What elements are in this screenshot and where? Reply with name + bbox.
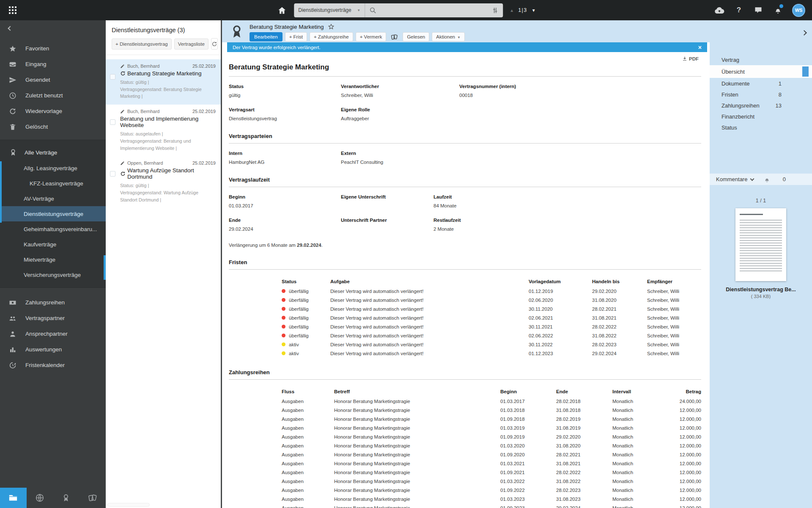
fristen-row[interactable]: aktiv Dieser Vertrag wird automatisch ve…	[282, 340, 701, 349]
sidebar-item-gesendet[interactable]: Gesendet	[0, 72, 106, 88]
tree-item[interactable]: Dienstleistungsverträge	[0, 206, 106, 221]
detail-nav-item[interactable]: Zahlungsreihen 13	[710, 100, 812, 111]
zahlungsreihe-row[interactable]: Ausgaben Honorar Beratung Marketingstrag…	[282, 459, 701, 468]
tree-item-label: KFZ-Leasingverträge	[30, 180, 83, 187]
tree-item[interactable]: Kaufverträge	[0, 237, 106, 252]
cloud-upload-icon[interactable]	[714, 5, 724, 15]
zahlungsreihe-row[interactable]: Ausgaben Honorar Beratung Marketingstrag…	[282, 450, 701, 459]
tree-item[interactable]: KFZ-Leasingverträge	[0, 176, 106, 191]
item-checkbox[interactable]	[110, 119, 115, 125]
field-eigene-rolle: Eigene Rolle Auftraggeber	[341, 107, 459, 121]
tree-item[interactable]: Geheimhaltungsvereinbaru...	[0, 221, 106, 237]
zahlungsreihe-row[interactable]: Ausgaben Honorar Beratung Marketingstrag…	[282, 477, 701, 486]
home-icon[interactable]	[276, 5, 287, 16]
zahlungsreihe-row[interactable]: Ausgaben Honorar Beratung Marketingstrag…	[282, 397, 701, 406]
mark-read-button[interactable]: Gelesen	[403, 32, 429, 41]
detail-scroll[interactable]: PDF Beratung Strategie Marketing Status …	[222, 52, 710, 508]
frist-status: aktiv	[289, 342, 299, 347]
footer-tab-global[interactable]	[27, 488, 53, 508]
tree-item[interactable]: AV-Verträge	[0, 191, 106, 206]
add-vermerk-button[interactable]: + Vermerk	[356, 32, 387, 41]
zr-betreff: Honorar Beratung Marketingstragie	[334, 408, 500, 413]
sidebar-item-wiedervorlage[interactable]: Wiedervorlage	[0, 103, 106, 119]
contract-list-item[interactable]: Buch, Bernhard 25.02.2019 Beratung Strat…	[106, 59, 221, 105]
search-scope-dropdown[interactable]: Dienstleistungsverträge ▼	[294, 3, 365, 17]
list-horizontal-scrollbar[interactable]	[107, 503, 150, 507]
tree-item-label: Dienstleistungsverträge	[24, 211, 83, 217]
fristen-row[interactable]: aktiv Dieser Vertrag wird automatisch ve…	[282, 349, 701, 358]
add-frist-button[interactable]: + Frist	[285, 32, 307, 41]
favorite-star-icon[interactable]	[328, 23, 335, 30]
help-icon[interactable]: ?	[734, 5, 744, 15]
fristen-row[interactable]: überfällig Dieser Vertrag wird automatis…	[282, 304, 701, 313]
zahlungsreihe-row[interactable]: Ausgaben Honorar Beratung Marketingstrag…	[282, 486, 701, 494]
tree-item-alle-vertraege[interactable]: Alle Verträge	[0, 144, 106, 160]
comments-header[interactable]: Kommentare 0	[710, 174, 812, 185]
footer-tab-tags[interactable]	[80, 488, 106, 508]
zahlungsreihe-row[interactable]: Ausgaben Honorar Beratung Marketingstrag…	[282, 494, 701, 503]
sidebar-item-zahlungsreihen[interactable]: Zahlungsreihen	[0, 295, 106, 310]
contract-list-item[interactable]: Buch, Bernhard 25.02.2019 Beratung und I…	[106, 105, 221, 156]
zahlungsreihe-row[interactable]: Ausgaben Honorar Beratung Marketingstrag…	[282, 406, 701, 414]
document-thumbnail[interactable]	[735, 208, 786, 281]
zr-betreff: Honorar Beratung Marketingstragie	[334, 417, 500, 422]
contract-list-button[interactable]: Vertragsliste	[174, 39, 208, 50]
expand-panel-button[interactable]	[802, 29, 806, 36]
detail-nav-item[interactable]: Finanzbericht	[710, 111, 812, 122]
pdf-download-link[interactable]: PDF	[682, 56, 699, 61]
zr-ende: 31.08.2018	[556, 408, 612, 413]
fristen-row[interactable]: überfällig Dieser Vertrag wird automatis…	[282, 331, 701, 340]
zahlungsreihe-row[interactable]: Ausgaben Honorar Beratung Marketingstrag…	[282, 414, 701, 423]
detail-nav-item[interactable]: Status	[710, 122, 812, 133]
fristen-row[interactable]: überfällig Dieser Vertrag wird automatis…	[282, 295, 701, 304]
tree-item[interactable]: Versicherungsverträge	[0, 267, 106, 282]
zahlungsreihe-row[interactable]: Ausgaben Honorar Beratung Marketingstrag…	[282, 468, 701, 477]
sidebar-collapse-button[interactable]	[0, 21, 106, 36]
sidebar-item-ansprechpartner[interactable]: Ansprechpartner	[0, 326, 106, 342]
apps-grid-icon[interactable]	[5, 3, 20, 17]
edit-button[interactable]: Bearbeiten	[250, 32, 283, 41]
tree-item[interactable]: Allg. Leasingverträge	[0, 160, 106, 176]
actions-dropdown-button[interactable]: Aktionen▼	[432, 32, 465, 41]
zahlungsreihe-row[interactable]: Ausgaben Honorar Beratung Marketingstrag…	[282, 432, 701, 441]
chat-icon[interactable]	[753, 5, 763, 15]
bell-icon[interactable]	[773, 5, 783, 15]
user-avatar[interactable]: WS	[792, 4, 805, 17]
tags-button[interactable]	[389, 33, 400, 41]
close-icon[interactable]: ×	[698, 44, 702, 50]
zr-betrag: 12.000,00	[663, 497, 701, 502]
fristen-row[interactable]: überfällig Dieser Vertrag wird automatis…	[282, 322, 701, 331]
global-search-input[interactable]	[380, 7, 488, 13]
contract-list-item[interactable]: Oppen, Bernhard 25.02.2019 Wartung Aufzü…	[106, 156, 221, 208]
item-checkbox[interactable]	[110, 171, 115, 177]
tree-item[interactable]: Mietverträge	[0, 252, 106, 267]
sidebar-item-auswertungen[interactable]: Auswertungen	[0, 342, 106, 357]
frist-vorlagedatum: 02.06.2022	[529, 333, 592, 338]
sidebar-item-zuletzt-benutzt[interactable]: Zuletzt benutzt	[0, 88, 106, 103]
tune-filter-icon[interactable]	[491, 7, 499, 14]
detail-nav-item[interactable]: Dokumente 1	[710, 78, 812, 89]
sidebar-item-vertragspartner[interactable]: Vertragspartner	[0, 310, 106, 326]
zahlungsreihe-row[interactable]: Ausgaben Honorar Beratung Marketingstrag…	[282, 441, 701, 450]
detail-nav-item[interactable]: Vertrag	[710, 54, 812, 65]
item-checkbox[interactable]	[110, 74, 115, 80]
new-contract-button[interactable]: + Dienstleistungsvertrag	[112, 39, 172, 50]
zahlungsreihe-row[interactable]: Ausgaben Honorar Beratung Marketingstrag…	[282, 423, 701, 432]
footer-tab-contracts[interactable]	[0, 488, 27, 508]
refresh-list-button[interactable]	[211, 38, 218, 50]
footer-tab-contract-badge[interactable]	[53, 488, 80, 508]
add-zahlungsreihe-button[interactable]: + Zahlungsreihe	[310, 32, 353, 41]
fristen-table-header: Status Aufgabe Vorlagedatum Handeln bis …	[282, 276, 701, 287]
sidebar-item-favoriten[interactable]: Favoriten	[0, 41, 106, 56]
sidebar-item-eingang[interactable]: Eingang	[0, 56, 106, 72]
comments-bell-icon[interactable]	[764, 176, 770, 183]
pager-down-icon[interactable]: ▼	[532, 8, 536, 13]
zahlungsreihe-row[interactable]: Ausgaben Honorar Beratung Marketingstrag…	[282, 503, 701, 508]
fristen-row[interactable]: überfällig Dieser Vertrag wird automatis…	[282, 287, 701, 295]
detail-nav-item[interactable]: Fristen 8	[710, 89, 812, 100]
sidebar-item-geloescht[interactable]: Gelöscht	[0, 119, 106, 135]
detail-nav-item[interactable]: Übersicht	[710, 65, 812, 78]
pager-up-icon[interactable]: ▲	[510, 8, 514, 13]
sidebar-item-fristenkalender[interactable]: Fristenkalender	[0, 357, 106, 373]
fristen-row[interactable]: überfällig Dieser Vertrag wird automatis…	[282, 313, 701, 322]
